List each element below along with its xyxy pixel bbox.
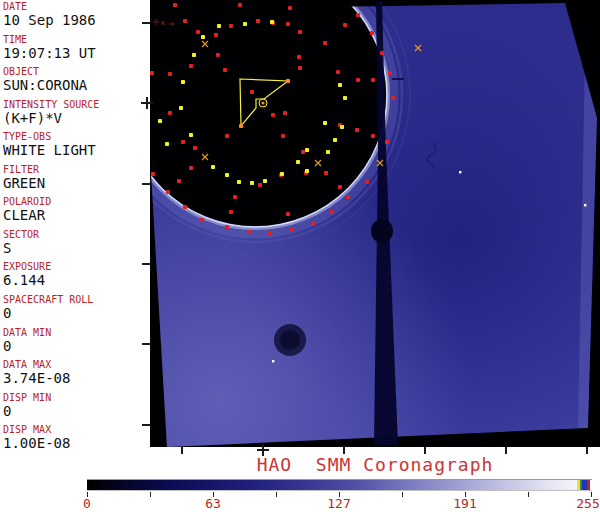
- fiducial-dot-red: [324, 171, 328, 175]
- fiducial-dot-yellow: [181, 80, 185, 84]
- meta-item-time: TIME19:07:13 UT: [3, 35, 147, 61]
- colorbar-stripe: [577, 480, 580, 490]
- meta-label-time: TIME: [3, 35, 147, 45]
- colorbar-label-0: 0: [83, 497, 91, 510]
- fiducial-dot-red: [385, 140, 389, 144]
- fiducial-dot-yellow: [305, 148, 309, 152]
- corona-field: [150, 0, 600, 447]
- fiducial-dot-red: [256, 19, 260, 23]
- fiducial-dot-red: [365, 180, 369, 184]
- meta-label-sector: SECTOR: [3, 230, 147, 240]
- frame-tick-left: [142, 424, 150, 426]
- meta-label-disp-min: DISP MIN: [3, 393, 147, 403]
- fiducial-dot-red: [225, 134, 229, 138]
- fiducial-dot-red: [286, 22, 290, 26]
- fiducial-dot-yellow: [165, 142, 169, 146]
- fiducial-dot-yellow: [326, 150, 330, 154]
- fiducial-dot-red: [151, 172, 155, 176]
- fiducial-dot-yellow: [333, 138, 337, 142]
- colorbar-stripe: [580, 480, 582, 490]
- meta-item-date: DATE10 Sep 1986: [3, 2, 147, 28]
- page-title: HAO SMM Coronagraph: [150, 456, 600, 474]
- fiducial-dot-red: [168, 72, 172, 76]
- fiducial-dot-red: [238, 3, 242, 7]
- fiducial-dot-red: [258, 183, 262, 187]
- fiducial-dot-red: [189, 64, 193, 68]
- fiducial-dot-yellow: [225, 173, 229, 177]
- fiducial-dot-red: [388, 71, 392, 75]
- coronagraph-image: [150, 0, 600, 447]
- fiducial-dot-yellow: [263, 179, 267, 183]
- fiducial-dot-red: [371, 134, 375, 138]
- frame-tick-bottom: [343, 447, 345, 454]
- fiducial-dot-red: [216, 53, 220, 57]
- fiducial-dot-red: [173, 3, 177, 7]
- meta-value-time: 19:07:13 UT: [3, 46, 147, 61]
- colorbar-label-127: 127: [327, 497, 350, 510]
- fiducial-dot-yellow: [343, 96, 347, 100]
- fiducial-dot-red: [281, 134, 285, 138]
- frame-tick-bottom: [586, 447, 588, 454]
- meta-item-disp-min: DISP MIN0: [3, 393, 147, 419]
- meta-value-polaroid: CLEAR: [3, 208, 147, 223]
- meta-label-disp-max: DISP MAX: [3, 425, 147, 435]
- frame-tick-left: [142, 263, 150, 265]
- fiducial-dot-red: [338, 185, 342, 189]
- meta-item-filter: FILTERGREEN: [3, 165, 147, 191]
- meta-item-polaroid: POLAROIDCLEAR: [3, 197, 147, 223]
- frame-tick-bottom: [505, 447, 507, 454]
- fiducial-dot-red: [225, 225, 229, 229]
- fiducial-dot-red: [356, 78, 360, 82]
- meta-value-intensity-source: (K+F)*V: [3, 111, 147, 126]
- meta-value-type-obs: WHITE LIGHT: [3, 143, 147, 158]
- meta-value-disp-max: 1.00E-08: [3, 436, 147, 451]
- frame-tick-bottom: [181, 447, 183, 454]
- white-speck: [459, 171, 461, 173]
- meta-value-spacecraft-roll: 0: [3, 306, 147, 321]
- meta-value-sector: S: [3, 241, 147, 256]
- fiducial-dot-red: [168, 111, 172, 115]
- meta-item-intensity-source: INTENSITY SOURCE(K+F)*V: [3, 100, 147, 126]
- frame-tick-left: [142, 22, 150, 24]
- meta-value-date: 10 Sep 1986: [3, 13, 147, 28]
- meta-item-exposure: EXPOSURE6.144: [3, 262, 147, 288]
- fiducial-dot-red: [233, 195, 237, 199]
- fiducial-dot-red: [371, 78, 375, 82]
- fiducial-dot-red: [297, 55, 301, 59]
- meta-label-data-max: DATA MAX: [3, 360, 147, 370]
- fiducial-dot-red: [214, 33, 218, 37]
- meta-item-spacecraft-roll: SPACECRAFT ROLL0: [3, 295, 147, 321]
- meta-item-disp-max: DISP MAX1.00E-08: [3, 425, 147, 451]
- pylon-knob: [371, 219, 393, 243]
- fiducial-dot-yellow: [280, 172, 284, 176]
- fiducial-dot-red: [343, 23, 347, 27]
- coronagraph-viewer: DATE10 Sep 1986TIME19:07:13 UTOBJECTSUN:…: [0, 0, 600, 512]
- meta-value-filter: GREEN: [3, 176, 147, 191]
- fiducial-dot-yellow: [338, 83, 342, 87]
- fiducial-dot-red: [346, 195, 350, 199]
- fiducial-dot-red: [301, 150, 305, 154]
- colorbar-stripe: [582, 480, 587, 490]
- fiducial-dot-red: [336, 70, 340, 74]
- frame-tick-bottom: [424, 447, 426, 454]
- meta-item-sector: SECTORS: [3, 230, 147, 256]
- fiducial-dot-red: [286, 212, 290, 216]
- fiducial-dot-red: [189, 166, 193, 170]
- meta-label-filter: FILTER: [3, 165, 147, 175]
- meta-value-data-max: 3.74E-08: [3, 371, 147, 386]
- frame-plus-left: [141, 97, 153, 109]
- fiducial-dot-red: [323, 41, 327, 45]
- fiducial-dot-red: [248, 230, 252, 234]
- fiducial-dot-red: [223, 68, 227, 72]
- fiducial-dot-red: [166, 190, 170, 194]
- fiducial-dot-red: [268, 231, 272, 235]
- metadata-sidebar: DATE10 Sep 1986TIME19:07:13 UTOBJECTSUN:…: [3, 2, 147, 457]
- fiducial-dot-yellow: [296, 160, 300, 164]
- fiducial-dot-red: [183, 19, 187, 23]
- fiducial-dot-red: [356, 13, 360, 17]
- fiducial-dot-red: [283, 111, 287, 115]
- frame-tick-left: [142, 183, 150, 185]
- fiducial-dot-yellow: [305, 169, 309, 173]
- colorbar-label-191: 191: [453, 497, 476, 510]
- colorbar-label-63: 63: [205, 497, 221, 510]
